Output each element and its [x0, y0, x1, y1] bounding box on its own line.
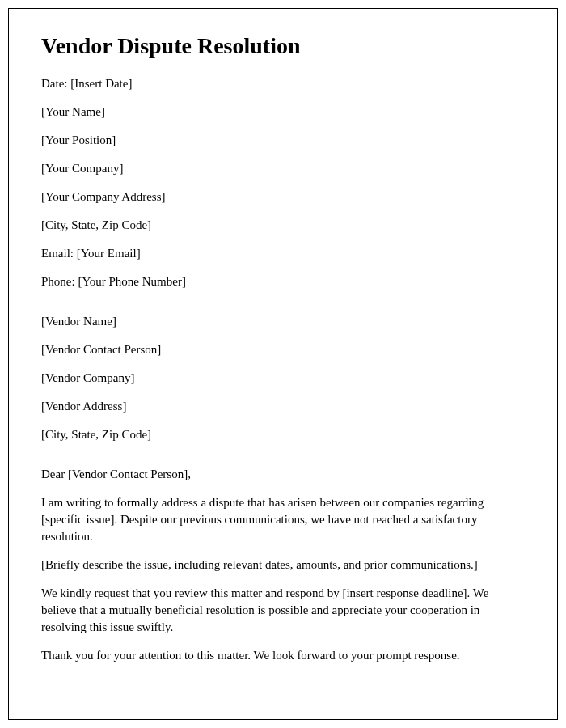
vendor-contact: [Vendor Contact Person] — [41, 341, 525, 358]
vendor-company: [Vendor Company] — [41, 370, 525, 387]
sender-date: Date: [Insert Date] — [41, 75, 525, 92]
document-title: Vendor Dispute Resolution — [41, 33, 525, 59]
sender-address: [Your Company Address] — [41, 188, 525, 205]
vendor-citystatezip: [City, State, Zip Code] — [41, 426, 525, 443]
salutation: Dear [Vendor Contact Person], — [41, 466, 525, 483]
sender-citystatezip: [City, State, Zip Code] — [41, 217, 525, 234]
vendor-name: [Vendor Name] — [41, 313, 525, 330]
sender-position: [Your Position] — [41, 132, 525, 149]
vendor-address: [Vendor Address] — [41, 398, 525, 415]
sender-company: [Your Company] — [41, 160, 525, 177]
sender-phone: Phone: [Your Phone Number] — [41, 273, 525, 290]
body-paragraph-3: We kindly request that you review this m… — [41, 585, 525, 636]
body-paragraph-1: I am writing to formally address a dispu… — [41, 494, 525, 545]
body-paragraph-4: Thank you for your attention to this mat… — [41, 647, 525, 664]
body-paragraph-2: [Briefly describe the issue, including r… — [41, 557, 525, 574]
sender-name: [Your Name] — [41, 104, 525, 121]
sender-email: Email: [Your Email] — [41, 245, 525, 262]
document-page: Vendor Dispute Resolution Date: [Insert … — [8, 8, 558, 720]
